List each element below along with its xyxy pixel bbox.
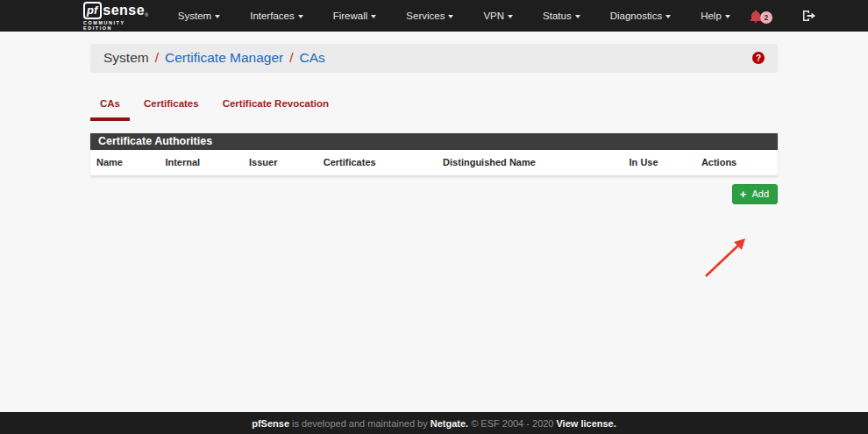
breadcrumb-separator: / xyxy=(289,50,293,66)
panel-title: Certificate Authorities xyxy=(90,133,778,150)
page-content: System / Certificate Manager / CAs ? CAs… xyxy=(0,44,868,424)
footer-copyright: © ESF 2004 - 2020 xyxy=(471,418,553,429)
top-navbar: pf sense ® COMMUNITY EDITION System Inte… xyxy=(0,0,868,32)
chevron-down-icon xyxy=(508,15,513,18)
chevron-down-icon xyxy=(575,15,580,18)
column-header-actions: Actions xyxy=(695,150,778,176)
chevron-down-icon xyxy=(448,15,453,18)
footer-brand: pfSense xyxy=(252,418,289,429)
sign-out-icon[interactable] xyxy=(802,10,816,22)
menu-vpn[interactable]: VPN xyxy=(473,0,523,32)
breadcrumb-separator: / xyxy=(155,50,159,66)
chevron-down-icon xyxy=(725,15,730,18)
logo-registered-mark: ® xyxy=(145,12,148,18)
breadcrumb: System / Certificate Manager / CAs ? xyxy=(90,44,778,73)
tab-cas[interactable]: CAs xyxy=(90,91,130,121)
chevron-down-icon xyxy=(215,15,220,18)
chevron-down-icon xyxy=(298,15,303,18)
menu-status[interactable]: Status xyxy=(532,0,591,32)
logo-sense: sense xyxy=(103,3,145,18)
column-header-distinguished-name: Distinguished Name xyxy=(437,150,623,176)
logo-pf: pf xyxy=(83,2,102,19)
footer-view-license-link[interactable]: View license. xyxy=(556,418,615,429)
chevron-down-icon xyxy=(665,15,671,18)
column-header-in-use: In Use xyxy=(623,150,695,176)
breadcrumb-system: System xyxy=(103,50,149,66)
chevron-down-icon xyxy=(371,15,376,18)
column-header-internal: Internal xyxy=(159,150,243,176)
tab-bar: CAs Certificates Certificate Revocation xyxy=(90,91,778,121)
notification-count-badge: 2 xyxy=(760,11,772,24)
menu-interfaces[interactable]: Interfaces xyxy=(239,0,314,32)
tab-certificate-revocation[interactable]: Certificate Revocation xyxy=(213,91,338,121)
tab-certificates[interactable]: Certificates xyxy=(134,91,209,121)
annotation-arrow xyxy=(697,232,758,285)
breadcrumb-cas-link[interactable]: CAs xyxy=(300,50,325,66)
footer: pfSense is developed and maintained by N… xyxy=(0,412,868,434)
footer-text: is developed and maintained by xyxy=(292,418,428,429)
column-header-certificates: Certificates xyxy=(317,150,437,176)
add-button-label: Add xyxy=(751,189,769,199)
menu-help[interactable]: Help xyxy=(690,0,741,32)
certificate-authorities-panel: Certificate Authorities Name Internal Is… xyxy=(90,133,778,176)
menu-firewall[interactable]: Firewall xyxy=(323,0,388,32)
menu-system[interactable]: System xyxy=(167,0,231,32)
column-header-name: Name xyxy=(90,150,159,176)
help-icon[interactable]: ? xyxy=(752,52,765,64)
certificate-authorities-table: Name Internal Issuer Certificates Distin… xyxy=(90,150,778,176)
main-menu: System Interfaces Firewall Services VPN … xyxy=(167,0,750,32)
pfsense-logo[interactable]: pf sense ® COMMUNITY EDITION xyxy=(83,2,148,31)
breadcrumb-certificate-manager-link[interactable]: Certificate Manager xyxy=(165,50,283,66)
logo-edition: COMMUNITY EDITION xyxy=(83,20,148,31)
footer-netgate-link[interactable]: Netgate. xyxy=(430,418,468,429)
menu-services[interactable]: Services xyxy=(395,0,464,32)
table-header-row: Name Internal Issuer Certificates Distin… xyxy=(90,150,778,176)
add-button[interactable]: + Add xyxy=(732,184,778,204)
plus-icon: + xyxy=(740,189,747,199)
menu-diagnostics[interactable]: Diagnostics xyxy=(600,0,681,32)
column-header-issuer: Issuer xyxy=(243,150,317,176)
notifications-button[interactable]: 2 xyxy=(750,9,772,24)
